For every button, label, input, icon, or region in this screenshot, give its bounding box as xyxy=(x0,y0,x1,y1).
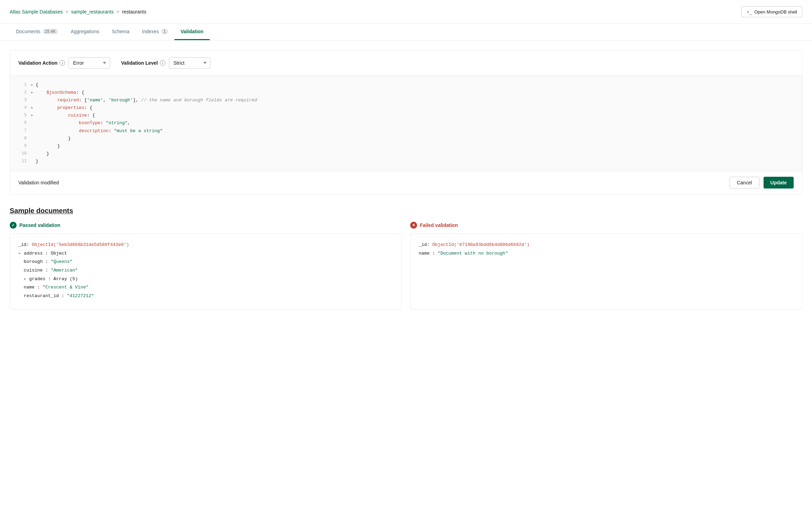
main-content: Validation Action i Error Warn Validatio… xyxy=(0,40,812,319)
terminal-icon: ›_ xyxy=(747,9,752,15)
code-line-11: 11 ▸ } xyxy=(18,158,794,165)
tab-aggregations-label: Aggregations xyxy=(71,29,99,34)
passed-header: ✓ Passed validation xyxy=(10,222,402,229)
tab-validation[interactable]: Validation xyxy=(174,24,210,40)
action-label: Validation Action i xyxy=(18,60,65,66)
breadcrumb-sep1: > xyxy=(65,9,68,15)
code-editor[interactable]: 1 ▸ { 2 ▸ $jsonSchema: { 3 ▸ required: [… xyxy=(10,76,802,171)
sample-docs-title: Sample documents xyxy=(10,207,802,215)
header: Atlas Sample Databases > sample_restaura… xyxy=(0,0,812,24)
level-select[interactable]: Strict Moderate Off xyxy=(169,57,210,68)
update-button[interactable]: Update xyxy=(764,177,794,189)
tab-schema-label: Schema xyxy=(112,29,129,34)
level-label: Validation Level i xyxy=(121,60,165,66)
code-line-3: 3 ▸ required: ['name', 'borough'], // th… xyxy=(18,97,794,104)
code-line-2: 2 ▸ $jsonSchema: { xyxy=(18,89,794,97)
level-control-group: Validation Level i Strict Moderate Off xyxy=(121,57,210,68)
failed-name-row: name : "Document with no borough" xyxy=(419,249,794,258)
breadcrumb: Atlas Sample Databases > sample_restaura… xyxy=(10,9,146,15)
passed-validation-col: ✓ Passed validation _id: ObjectId('5eb3d… xyxy=(10,222,402,310)
passed-name-row: name : "Crescent & Vine" xyxy=(18,283,393,292)
passed-cuisine-row: cuisine : "American" xyxy=(18,266,393,275)
code-line-7: 7 ▸ description: "must be a string" xyxy=(18,127,794,135)
code-line-6: 6 ▸ bsonType: "string", xyxy=(18,119,794,127)
tab-documents-badge: 25.4K xyxy=(43,29,58,34)
validation-controls: Validation Action i Error Warn Validatio… xyxy=(10,50,802,76)
passed-borough-val: "Queens" xyxy=(51,259,72,264)
tab-indexes-label: Indexes xyxy=(142,29,159,34)
failed-doc-card: _id: ObjectId('67190a93bdd8b4d806d6692d'… xyxy=(410,233,802,310)
code-line-8: 8 ▸ } xyxy=(18,135,794,143)
failed-name-val: "Document with no borough" xyxy=(438,251,508,256)
tab-documents[interactable]: Documents 25.4K xyxy=(10,24,64,40)
failed-header: ✕ Failed validation xyxy=(410,222,802,229)
code-line-9: 9 ▸ } xyxy=(18,143,794,150)
passed-id-row: _id: ObjectId('5eb3d668b31de5d588f443e0'… xyxy=(18,241,393,249)
action-info-icon[interactable]: i xyxy=(60,60,65,66)
failed-id-val: ObjectId('67190a93bdd8b4d806d6692d') xyxy=(432,242,530,247)
cancel-button[interactable]: Cancel xyxy=(730,177,759,189)
level-info-icon[interactable]: i xyxy=(160,60,165,66)
failed-header-label: Failed validation xyxy=(420,222,458,228)
tab-schema[interactable]: Schema xyxy=(106,24,136,40)
failed-id-row: _id: ObjectId('67190a93bdd8b4d806d6692d'… xyxy=(419,241,794,249)
check-icon: ✓ xyxy=(10,222,17,229)
passed-address-val: Object xyxy=(51,251,67,256)
open-shell-label: Open MongoDB shell xyxy=(754,9,797,15)
passed-restaurant-id-val: "41227212" xyxy=(67,293,94,299)
action-select[interactable]: Error Warn xyxy=(69,57,110,68)
code-line-10: 10 ▸ } xyxy=(18,150,794,158)
tab-aggregations[interactable]: Aggregations xyxy=(64,24,106,40)
passed-doc-card: _id: ObjectId('5eb3d668b31de5d588f443e0'… xyxy=(10,233,402,310)
tab-documents-label: Documents xyxy=(16,29,40,34)
passed-cuisine-val: "American" xyxy=(51,268,78,273)
passed-grades-val: Array (5) xyxy=(53,276,78,282)
sample-docs-section: Sample documents ✓ Passed validation _id… xyxy=(10,207,802,310)
validation-panel: Validation Action i Error Warn Validatio… xyxy=(10,50,802,194)
tab-indexes[interactable]: Indexes 1 xyxy=(136,24,174,40)
code-line-4: 4 ▸ properties: { xyxy=(18,104,794,112)
passed-borough-row: borough : "Queens" xyxy=(18,258,393,266)
x-icon: ✕ xyxy=(410,222,417,229)
action-control-group: Validation Action i Error Warn xyxy=(18,57,110,68)
validation-footer: Validation modified Cancel Update xyxy=(10,171,802,194)
failed-validation-col: ✕ Failed validation _id: ObjectId('67190… xyxy=(410,222,802,310)
breadcrumb-part1[interactable]: Atlas Sample Databases xyxy=(10,9,63,15)
footer-buttons: Cancel Update xyxy=(730,177,794,189)
passed-restaurant-id-row: restaurant_id : "41227212" xyxy=(18,292,393,301)
sample-docs-columns: ✓ Passed validation _id: ObjectId('5eb3d… xyxy=(10,222,802,310)
breadcrumb-part3: restaurants xyxy=(122,9,146,15)
validation-modified-text: Validation modified xyxy=(18,180,59,185)
passed-id-val: ObjectId('5eb3d668b31de5d588f443e0') xyxy=(32,242,129,247)
passed-address-row: ▸ address : Object xyxy=(18,249,393,258)
passed-name-val: "Crescent & Vine" xyxy=(43,285,89,290)
open-shell-button[interactable]: ›_ Open MongoDB shell xyxy=(741,6,802,17)
tab-validation-label: Validation xyxy=(181,29,204,34)
breadcrumb-sep2: > xyxy=(116,9,119,15)
passed-header-label: Passed validation xyxy=(19,222,60,228)
passed-grades-row: ▸ grades : Array (5) xyxy=(18,275,393,284)
tab-bar: Documents 25.4K Aggregations Schema Inde… xyxy=(0,24,812,40)
code-line-5: 5 ▸ cuisine: { xyxy=(18,112,794,119)
breadcrumb-part2[interactable]: sample_restaurants xyxy=(71,9,114,15)
tab-indexes-badge: 1 xyxy=(161,29,168,34)
code-line-1: 1 ▸ { xyxy=(18,81,794,89)
